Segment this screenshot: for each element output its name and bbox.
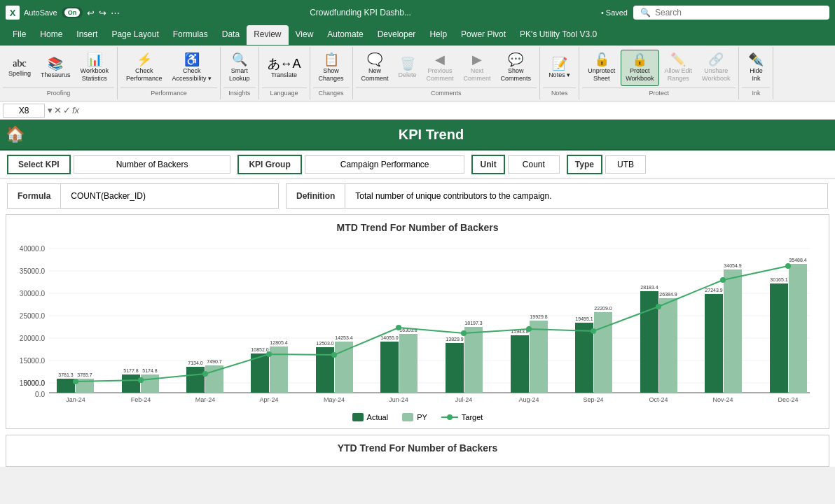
name-box-dropdown[interactable]: ▾ bbox=[48, 105, 53, 115]
bar-nov-py bbox=[724, 270, 742, 393]
definition-label: Definition bbox=[287, 184, 345, 208]
legend-target-line-container bbox=[441, 413, 458, 421]
content-area: 🏠 KPI Trend Select KPI Number of Backers… bbox=[0, 120, 835, 467]
search-input[interactable] bbox=[655, 8, 822, 18]
thesaurus-button[interactable]: 📚 Thesaurus bbox=[36, 55, 75, 82]
target-dot-jun bbox=[396, 325, 401, 330]
redo-icon[interactable]: ↪ bbox=[99, 8, 106, 18]
tab-file[interactable]: File bbox=[6, 25, 33, 45]
show-changes-button[interactable]: 📋 ShowChanges bbox=[315, 50, 348, 85]
more-toolbar-icon[interactable]: ⋯ bbox=[111, 8, 120, 18]
smart-lookup-button[interactable]: 🔍 SmartLookup bbox=[225, 50, 254, 85]
tab-data[interactable]: Data bbox=[215, 25, 247, 45]
tab-help[interactable]: Help bbox=[422, 25, 454, 45]
formula-buttons: ▾ ✕ ✓ fx bbox=[48, 105, 79, 115]
svg-text:Jun-24: Jun-24 bbox=[389, 396, 408, 403]
check-accessibility-button[interactable]: ♿ CheckAccessibility ▾ bbox=[167, 50, 216, 85]
ribbon-group-comments: 🗨️ NewComment 🗑️ Delete ◀ PreviousCommen… bbox=[353, 47, 541, 99]
protect-label: Protect bbox=[582, 88, 736, 98]
type-label: Type bbox=[567, 155, 602, 174]
kpi-header: 🏠 KPI Trend bbox=[0, 120, 835, 150]
kpi-group-value: Campaign Performance bbox=[305, 155, 465, 174]
svg-text:Apr-24: Apr-24 bbox=[259, 396, 278, 403]
tab-automate[interactable]: Automate bbox=[320, 25, 370, 45]
delete-comment-icon: 🗑️ bbox=[400, 57, 415, 70]
workbook-statistics-icon: 📊 bbox=[87, 53, 102, 66]
target-line bbox=[76, 266, 788, 382]
target-dot-may bbox=[331, 352, 337, 358]
definition-section: Definition Total number of unique contri… bbox=[286, 183, 828, 209]
formula-bar: X8 ▾ ✕ ✓ fx bbox=[0, 102, 835, 120]
mtd-chart-svg: 40000.0 35000.0 30000.0 25000.0 20000.0 … bbox=[13, 239, 822, 407]
home-icon[interactable]: 🏠 bbox=[6, 125, 25, 144]
tab-view[interactable]: View bbox=[289, 25, 321, 45]
svg-text:25000.0: 25000.0 bbox=[20, 312, 46, 320]
svg-text:35488.4: 35488.4 bbox=[789, 258, 806, 262]
svg-text:20000.0: 20000.0 bbox=[20, 335, 46, 342]
ink-label: Ink bbox=[742, 88, 770, 98]
bar-jul-actual bbox=[446, 343, 464, 393]
svg-text:10852.0: 10852.0 bbox=[251, 347, 268, 352]
check-performance-button[interactable]: ⚡ CheckPerformance bbox=[122, 50, 167, 85]
spelling-button[interactable]: abc Spelling bbox=[4, 56, 35, 80]
svg-text:Feb-24: Feb-24 bbox=[131, 396, 151, 403]
tab-home[interactable]: Home bbox=[33, 25, 69, 45]
type-value: UTB bbox=[605, 155, 646, 174]
insert-function[interactable]: fx bbox=[72, 105, 79, 115]
tab-powerpivot[interactable]: Power Pivot bbox=[454, 25, 513, 45]
formula-input[interactable] bbox=[82, 104, 832, 117]
filename: Crowdfunding KPI Dashb... bbox=[125, 8, 595, 18]
workbook-statistics-button[interactable]: 📊 WorkbookStatistics bbox=[76, 50, 113, 85]
search-box[interactable]: 🔍 bbox=[633, 6, 829, 20]
kpi-name-value[interactable]: Number of Backers bbox=[74, 155, 231, 174]
confirm-formula[interactable]: ✓ bbox=[63, 105, 71, 115]
ribbon-group-insights: 🔍 SmartLookup Insights bbox=[221, 47, 259, 99]
tab-pagelayout[interactable]: Page Layout bbox=[104, 25, 165, 45]
svg-text:22209.0: 22209.0 bbox=[594, 306, 612, 311]
unshare-workbook-button[interactable]: 🔗 UnshareWorkbook bbox=[698, 50, 734, 85]
toggle-state: On bbox=[64, 8, 81, 17]
svg-text:3785.7: 3785.7 bbox=[77, 372, 92, 377]
bar-may-actual bbox=[316, 347, 334, 393]
translate-button[interactable]: あ↔A Translate bbox=[263, 55, 305, 82]
unprotect-sheet-button[interactable]: 🔓 UnprotectSheet bbox=[584, 50, 619, 85]
select-kpi-label[interactable]: Select KPI bbox=[7, 155, 71, 174]
ribbon-group-changes: 📋 ShowChanges Changes bbox=[310, 47, 353, 99]
unshare-workbook-icon: 🔗 bbox=[708, 53, 724, 66]
chart-legend: Actual PY Target bbox=[13, 413, 822, 421]
delete-comment-button[interactable]: 🗑️ Delete bbox=[394, 55, 421, 82]
previous-comment-button[interactable]: ◀ PreviousComment bbox=[422, 50, 458, 85]
kpi-header-title: KPI Trend bbox=[33, 127, 829, 143]
allow-edit-ranges-icon: ✏️ bbox=[670, 53, 686, 66]
svg-text:35000.0: 35000.0 bbox=[20, 267, 46, 275]
kpi-group-label: KPI Group bbox=[237, 155, 301, 174]
show-changes-icon: 📋 bbox=[324, 53, 339, 66]
cancel-formula[interactable]: ✕ bbox=[54, 105, 62, 115]
protect-workbook-button[interactable]: 🔒 ProtectWorkbook bbox=[621, 50, 658, 86]
undo-icon[interactable]: ↩ bbox=[87, 8, 95, 18]
tab-formulas[interactable]: Formulas bbox=[166, 25, 215, 45]
svg-text:3781.3: 3781.3 bbox=[58, 372, 74, 377]
cell-reference[interactable]: X8 bbox=[3, 104, 45, 118]
svg-text:27243.9: 27243.9 bbox=[705, 288, 722, 293]
svg-text:40000.0: 40000.0 bbox=[20, 245, 46, 253]
new-comment-button[interactable]: 🗨️ NewComment bbox=[357, 50, 393, 85]
ytd-chart-container: YTD Trend For Number of Backers bbox=[6, 435, 829, 467]
show-comments-button[interactable]: 💬 ShowComments bbox=[497, 50, 536, 85]
svg-text:0.0: 0.0 bbox=[35, 391, 45, 398]
next-comment-button[interactable]: ▶ NextComment bbox=[460, 50, 495, 85]
legend-target-dot bbox=[447, 414, 453, 420]
hide-ink-button[interactable]: ✒️ HideInk bbox=[743, 50, 768, 85]
tab-developer[interactable]: Developer bbox=[371, 25, 423, 45]
hide-ink-icon: ✒️ bbox=[748, 53, 764, 66]
tab-pkutility[interactable]: PK's Utility Tool V3.0 bbox=[513, 25, 604, 45]
bar-may-py bbox=[335, 342, 353, 393]
tab-insert[interactable]: Insert bbox=[69, 25, 104, 45]
notes-button[interactable]: 📝 Notes ▾ bbox=[544, 55, 574, 82]
autosave-toggle[interactable]: On bbox=[62, 7, 83, 18]
svg-text:Dec-24: Dec-24 bbox=[778, 396, 798, 403]
allow-edit-ranges-button[interactable]: ✏️ Allow EditRanges bbox=[661, 50, 697, 85]
tab-review[interactable]: Review bbox=[247, 25, 288, 45]
insights-label: Insights bbox=[223, 88, 256, 98]
notes-icon: 📝 bbox=[552, 57, 567, 70]
